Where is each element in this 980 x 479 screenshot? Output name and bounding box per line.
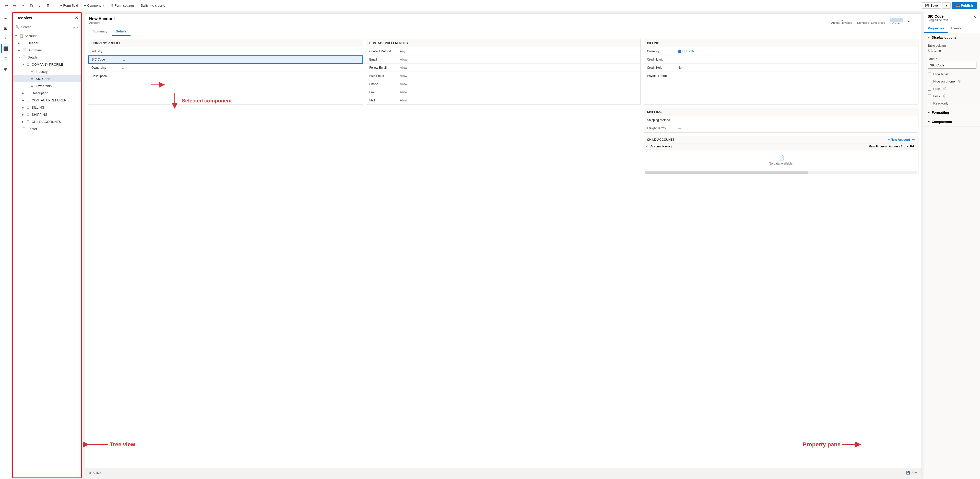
prop-label-table-column: Table column (928, 44, 977, 48)
nav-icon-list[interactable]: 📋 (1, 54, 10, 64)
prop-tab-properties[interactable]: Properties (924, 24, 948, 33)
checkbox-lock[interactable] (928, 94, 931, 98)
child-accounts-more-icon[interactable]: ⋯ (912, 138, 915, 142)
field-industry[interactable]: Industry ... (88, 47, 363, 56)
status-save: Save (912, 471, 918, 475)
checkbox-hide-label[interactable] (928, 73, 931, 76)
tab-summary[interactable]: Summary (89, 27, 111, 36)
tree-item-description[interactable]: ▶ ☐ Description (13, 89, 81, 97)
form-field-button[interactable]: + Form field (58, 3, 80, 8)
ownership-icon: ═ (31, 84, 35, 88)
field-freight-terms[interactable]: Freight Terms --- (644, 124, 918, 132)
checkbox-hide-on-phone[interactable] (928, 80, 931, 83)
info-icon-hide[interactable]: ⓘ (943, 87, 946, 91)
field-description[interactable]: Description (88, 72, 363, 87)
prop-field-label: Label * (924, 55, 980, 71)
field-follow-email[interactable]: Follow Email Allow (366, 64, 641, 72)
field-sic-code[interactable]: SIC Code ... (88, 56, 363, 64)
canvas-tabs: Summary Details (89, 27, 918, 36)
tree-item-shipping[interactable]: ▶ ☐ SHIPPING (13, 111, 81, 118)
prop-close-button[interactable]: ✕ (973, 14, 977, 19)
main-layout: ≡ ⊞ ↕ ⬛ 📋 ⊕ Tree view ✕ 🔍 ▽ ⌄ ▼ 📋 Accoun… (0, 11, 980, 479)
checkbox-read-only[interactable] (928, 102, 931, 105)
component-button[interactable]: + Component (82, 3, 106, 8)
tree-item-header[interactable]: ▶ ☐ Header (13, 39, 81, 46)
save-dropdown-button[interactable]: ▾ (942, 2, 951, 9)
undo-button[interactable]: ↩ (3, 2, 10, 9)
prop-checkbox-hide-on-phone: Hide on phone ⓘ (924, 78, 980, 85)
field-contact-method[interactable]: Contact Method Any (366, 47, 641, 56)
tab-details[interactable]: Details (111, 27, 131, 36)
field-currency[interactable]: Currency 🔵 US Dollar (644, 47, 918, 56)
field-payment-terms[interactable]: Payment Terms ... (644, 72, 918, 80)
checkbox-hide[interactable] (928, 87, 931, 91)
tree-item-account[interactable]: ▼ 📋 Account (13, 32, 81, 39)
nav-icon-sort[interactable]: ↕ (1, 34, 10, 43)
nav-icon-add[interactable]: ⊕ (1, 64, 10, 73)
field-credit-limit[interactable]: Credit Limit ... (644, 56, 918, 64)
prop-body: ▼ Display options Table column SIC Code … (924, 33, 980, 479)
tree-item-summary[interactable]: ▶ 📄 Summary (13, 46, 81, 54)
header-expand-button[interactable]: ▾ (908, 19, 910, 23)
field-email[interactable]: Email Allow (366, 56, 641, 64)
tree-item-contact-pref[interactable]: ▶ ☐ CONTACT PREFEREN... (13, 97, 81, 104)
info-icon-hide-on-phone[interactable]: ⓘ (958, 79, 961, 84)
prop-section-title-components: Components (932, 120, 952, 124)
tree-item-child-accounts[interactable]: ▶ ☐ CHILD ACCOUNTS (13, 118, 81, 125)
field-ownership[interactable]: Ownership ... (88, 64, 363, 72)
nav-icon-grid[interactable]: ⊞ (1, 24, 10, 33)
field-shipping-method[interactable]: Shipping Method --- (644, 116, 918, 124)
info-icon-lock[interactable]: ⓘ (943, 94, 946, 99)
cut-button[interactable]: ✂ (20, 2, 26, 9)
field-bulk-email[interactable]: Bulk Email Allow (366, 72, 641, 80)
prop-section-header-formatting[interactable]: ▼ Formatting (924, 108, 980, 117)
filter-icon[interactable]: ▽ (73, 25, 75, 29)
tree-label-sic-code: SIC Code (36, 77, 50, 81)
col-account-name[interactable]: Account Name ↑ (650, 145, 672, 148)
col-main-phone[interactable]: Main Phone ▾ (869, 145, 887, 148)
prop-section-header-display[interactable]: ▼ Display options (924, 33, 980, 42)
nav-icon-menu[interactable]: ≡ (1, 13, 10, 22)
tree-item-ownership[interactable]: ▶ ═ Ownership (13, 82, 81, 89)
field-credit-hold[interactable]: Credit Hold No (644, 64, 918, 72)
new-account-button[interactable]: + New Account (888, 138, 910, 142)
search-input[interactable] (21, 25, 71, 29)
tree-item-details[interactable]: ▼ 📄 Details (13, 54, 81, 61)
tree-close-button[interactable]: ✕ (75, 15, 78, 20)
field-phone[interactable]: Phone Allow (366, 80, 641, 88)
prop-section-header-components[interactable]: ▼ Components (924, 117, 980, 126)
summary-icon: 📄 (22, 48, 27, 52)
prop-input-label[interactable] (928, 62, 977, 69)
field-value-bulk-email: Allow (400, 74, 638, 78)
field-mail[interactable]: Mail Allow (366, 96, 641, 105)
canvas-wrapper: New Account Account ... Annual Revenue .… (83, 11, 924, 479)
child-accounts-col-header: ✓ Account Name ↑ Main Phone ▾ Address 1:… (644, 144, 918, 150)
form-settings-button[interactable]: ⚙ Form settings (108, 3, 137, 8)
chevron-icon: ▶ (22, 113, 25, 116)
history-button[interactable]: ⌄ (36, 2, 43, 9)
redo-button[interactable]: ↪ (11, 2, 18, 9)
tree-label-header: Header (28, 41, 38, 45)
field-label-shipping-method: Shipping Method (647, 118, 678, 122)
publish-button[interactable]: 📤 Publish (951, 2, 977, 9)
tree-item-billing[interactable]: ▶ ☐ BILLING (13, 104, 81, 111)
save-button[interactable]: 💾 Save (922, 2, 941, 9)
chevron-down-icon[interactable]: ⌄ (76, 25, 79, 29)
switch-classic-button[interactable]: Switch to classic (139, 3, 167, 8)
tree-item-company-profile[interactable]: ▼ ☐ COMPANY PROFILE (13, 61, 81, 68)
delete-button[interactable]: 🗑 (45, 2, 52, 9)
field-fax[interactable]: Fax Allow (366, 88, 641, 96)
form-title: New Account (89, 17, 115, 21)
form-canvas: New Account Account ... Annual Revenue .… (85, 13, 922, 477)
col-address[interactable]: Address 1:... ▾ (889, 145, 908, 148)
nav-icon-layers[interactable]: ⬛ (1, 44, 10, 53)
tree-item-industry[interactable]: ▶ ═ Industry (13, 68, 81, 75)
copy-button[interactable]: ⧉ (29, 2, 34, 9)
prop-tab-events[interactable]: Events (948, 24, 965, 33)
billing-icon: ☐ (27, 105, 31, 109)
sic-code-icon: ═ (31, 77, 35, 81)
tree-item-sic-code[interactable]: ▶ ═ SIC Code (13, 75, 81, 82)
tree-item-footer[interactable]: ▶ ☐ Footer (13, 125, 81, 132)
tree-label-company-profile: COMPANY PROFILE (32, 63, 63, 67)
col-pri[interactable]: Pri... (910, 145, 916, 148)
